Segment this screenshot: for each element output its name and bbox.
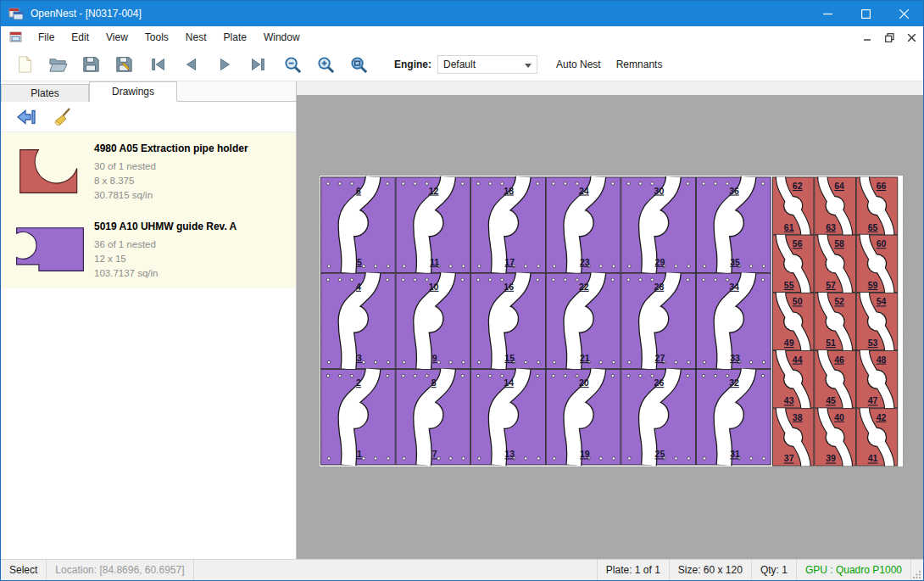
menu-item-view[interactable]: View [97, 27, 136, 47]
open-file-button[interactable] [47, 54, 68, 75]
clear-broom-button[interactable] [52, 106, 74, 128]
part-number: 14 [504, 377, 514, 388]
app-window: OpenNest - [N0317-004] FileEditViewTools… [0, 0, 924, 581]
nested-part-pair-purple[interactable]: 3635 [696, 177, 771, 273]
nested-part-pair-purple[interactable]: 3231 [696, 369, 771, 465]
menu-item-plate[interactable]: Plate [215, 27, 255, 47]
menu-item-tools[interactable]: Tools [136, 27, 177, 47]
maximize-button[interactable] [847, 1, 885, 26]
nested-part-pair-purple[interactable]: 87 [396, 369, 470, 465]
part-number: 35 [730, 257, 740, 267]
part-number: 49 [784, 338, 794, 348]
part-number: 1 [357, 449, 362, 459]
nested-part-pair-red[interactable]: 4443 [772, 350, 814, 408]
nested-part-pair-red[interactable]: 6059 [856, 235, 898, 293]
remnants-button[interactable]: Remnants [611, 55, 668, 74]
engine-select[interactable]: Default [437, 55, 537, 74]
part-number: 18 [504, 186, 514, 196]
part-number: 19 [580, 449, 590, 459]
resize-grip[interactable] [911, 560, 923, 580]
zoom-fit-button[interactable] [348, 54, 369, 75]
part-number: 16 [504, 282, 514, 292]
nested-part-pair-red[interactable]: 4847 [856, 350, 898, 408]
nested-part-pair-red[interactable]: 5251 [815, 293, 856, 350]
drawing-size: 8 x 8.375 [94, 174, 291, 188]
minimize-button[interactable] [809, 1, 847, 26]
engine-label: Engine: [394, 59, 431, 70]
part-number: 24 [579, 186, 589, 196]
part-number: 64 [834, 181, 844, 191]
mdi-minimize-button[interactable] [857, 29, 877, 46]
window-title: OpenNest - [N0317-004] [31, 8, 142, 20]
tab-plates[interactable]: Plates [1, 84, 89, 102]
part-number: 6 [356, 186, 361, 196]
nested-part-pair-purple[interactable]: 1817 [471, 177, 546, 273]
mdi-close-button[interactable] [901, 29, 921, 46]
part-number: 61 [784, 222, 794, 232]
auto-nest-button[interactable]: Auto Nest [551, 55, 606, 74]
zoom-in-button[interactable] [315, 54, 336, 75]
part-number: 58 [834, 238, 844, 249]
part-number: 21 [580, 353, 590, 363]
save-button[interactable] [81, 54, 101, 75]
part-number: 57 [826, 280, 836, 290]
next-plate-button[interactable] [214, 54, 235, 75]
nested-part-pair-red[interactable]: 6463 [815, 177, 856, 235]
nested-part-pair-purple[interactable]: 21 [320, 369, 395, 465]
nested-part-pair-purple[interactable]: 1615 [471, 273, 546, 369]
part-number: 33 [730, 353, 740, 363]
save-as-button[interactable] [114, 54, 134, 75]
new-document-button[interactable] [14, 54, 35, 75]
panel-tabs: Plates Drawings [1, 81, 296, 102]
menu-item-edit[interactable]: Edit [63, 27, 97, 47]
tab-drawings[interactable]: Drawings [89, 81, 177, 102]
menu-item-window[interactable]: Window [255, 27, 309, 47]
part-number: 8 [431, 377, 437, 388]
nested-part-pair-purple[interactable]: 3029 [621, 177, 696, 273]
nested-part-pair-red[interactable]: 5049 [772, 293, 814, 350]
drawing-item[interactable]: 4980 A05 Extraction pipe holder30 of 1 n… [1, 132, 296, 210]
close-button[interactable] [885, 1, 923, 26]
mdi-restore-button[interactable] [879, 29, 899, 46]
previous-plate-button[interactable] [181, 54, 202, 75]
nested-part-pair-red[interactable]: 6665 [856, 177, 898, 235]
menu-item-nest[interactable]: Nest [177, 27, 215, 47]
nested-part-pair-red[interactable]: 5857 [815, 235, 856, 293]
nested-part-pair-purple[interactable]: 65 [320, 177, 395, 273]
nested-part-pair-red[interactable]: 4645 [815, 350, 856, 408]
nested-part-pair-purple[interactable]: 2423 [546, 177, 621, 273]
nested-part-pair-red[interactable]: 5453 [856, 293, 898, 350]
status-gpu: GPU : Quadro P1000 [797, 560, 911, 580]
nested-part-pair-red[interactable]: 3837 [772, 408, 814, 466]
first-plate-button[interactable] [148, 54, 169, 75]
nested-part-pair-purple[interactable]: 109 [396, 273, 470, 369]
nested-part-pair-purple[interactable]: 1211 [396, 177, 470, 273]
nested-part-pair-purple[interactable]: 2221 [546, 273, 621, 369]
zoom-out-button[interactable] [282, 54, 303, 75]
last-plate-button[interactable] [248, 54, 268, 75]
nested-part-pair-purple[interactable]: 1413 [471, 369, 546, 465]
nested-part-pair-red[interactable]: 4039 [815, 408, 856, 466]
drawings-list: 4980 A05 Extraction pipe holder30 of 1 n… [1, 132, 296, 288]
nested-part-pair-purple[interactable]: 43 [320, 273, 395, 369]
menu-item-file[interactable]: File [30, 27, 63, 47]
nested-part-pair-red[interactable]: 4241 [856, 408, 898, 466]
part-number: 42 [877, 412, 887, 422]
part-number: 53 [868, 338, 878, 348]
part-number: 36 [729, 186, 739, 196]
plate-sheet[interactable]: 6512111817242330293635431091615222128273… [320, 176, 903, 466]
nested-part-pair-purple[interactable]: 2019 [546, 369, 621, 465]
nested-part-pair-red[interactable]: 5655 [772, 235, 814, 293]
drawing-title: 5019 A10 UHMW guide Rev. A [94, 221, 291, 232]
drawing-item[interactable]: 5019 A10 UHMW guide Rev. A36 of 1 nested… [1, 210, 296, 288]
send-to-nest-button[interactable] [15, 106, 37, 128]
menu-items: FileEditViewToolsNestPlateWindow [30, 27, 309, 47]
nested-part-pair-purple[interactable]: 3433 [696, 273, 771, 369]
nested-part-pair-purple[interactable]: 2827 [621, 273, 696, 369]
part-number: 5 [357, 257, 362, 267]
canvas-area[interactable]: 6512111817242330293635431091615222128273… [297, 95, 923, 559]
part-number: 3 [357, 353, 362, 363]
nested-part-pair-red[interactable]: 6261 [772, 177, 814, 235]
part-number: 23 [580, 257, 590, 267]
nested-part-pair-purple[interactable]: 2625 [621, 369, 696, 465]
